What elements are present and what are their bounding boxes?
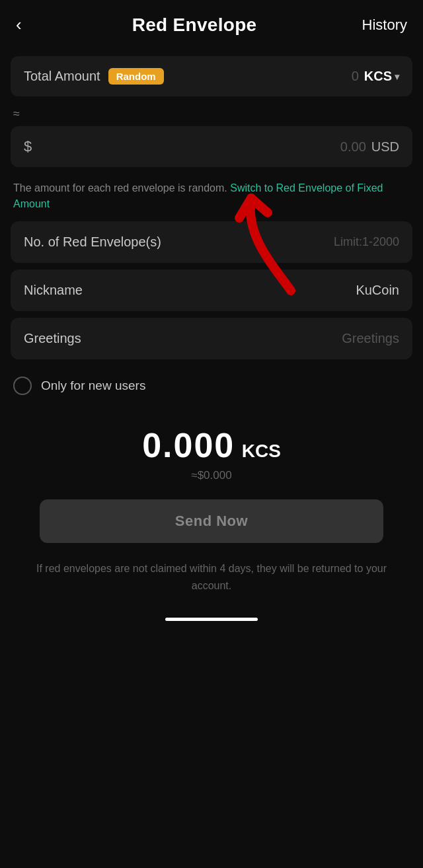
envelopes-hint: Limit:1-2000 [334, 235, 399, 249]
dollar-sign: $ [24, 138, 32, 155]
chevron-down-icon: ▾ [395, 71, 399, 82]
usd-currency-label: USD [371, 139, 399, 155]
send-now-button[interactable]: Send Now [40, 499, 383, 543]
nickname-label: Nickname [24, 283, 83, 298]
new-users-checkbox[interactable] [13, 377, 32, 395]
currency-selector[interactable]: KCS ▾ [364, 69, 399, 84]
usd-value: 0.00 [340, 139, 366, 155]
usd-card: $ 0.00 USD [11, 126, 412, 167]
approx-symbol: ≈ [13, 107, 20, 120]
app-header: ‹ Red Envelope History [0, 0, 423, 50]
new-users-label: Only for new users [41, 379, 145, 393]
envelopes-label: No. of Red Envelope(s) [24, 235, 161, 250]
greetings-label: Greetings [24, 331, 81, 346]
back-button[interactable]: ‹ [16, 12, 27, 38]
send-button-container: Send Now [0, 489, 423, 554]
total-amount-big: 0.000 [142, 426, 235, 464]
info-text-block: The amount for each red envelope is rand… [0, 171, 423, 215]
nickname-value: KuCoin [356, 283, 399, 298]
total-amount-label: Total Amount [24, 69, 100, 84]
total-currency-big: KCS [242, 441, 281, 461]
history-button[interactable]: History [362, 17, 407, 34]
envelopes-field[interactable]: No. of Red Envelope(s) Limit:1-2000 [11, 221, 412, 263]
greetings-field[interactable]: Greetings Greetings [11, 318, 412, 359]
info-text-static: The amount for each red envelope is rand… [13, 182, 227, 194]
footer-note: If red envelopes are not claimed within … [0, 554, 423, 607]
random-badge[interactable]: Random [108, 68, 164, 85]
total-usd-approx: ≈$0.000 [13, 469, 410, 482]
page-title: Red Envelope [132, 15, 257, 36]
total-display-section: 0.000 KCS ≈$0.000 [0, 406, 423, 489]
greetings-placeholder: Greetings [342, 331, 399, 346]
approx-row: ≈ [0, 103, 423, 122]
amount-value: 0 [352, 69, 359, 84]
home-bar [165, 618, 258, 621]
home-indicator [0, 607, 423, 628]
nickname-field[interactable]: Nickname KuCoin [11, 270, 412, 311]
total-amount-card: Total Amount Random 0 KCS ▾ [11, 56, 412, 96]
new-users-row: Only for new users [0, 366, 423, 406]
currency-label: KCS [364, 69, 392, 84]
